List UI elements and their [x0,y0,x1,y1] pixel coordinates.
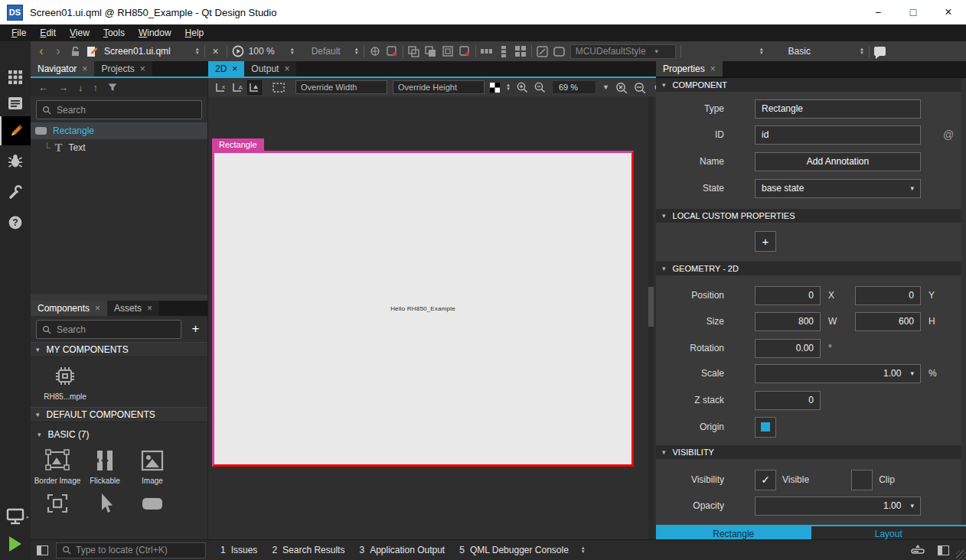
paste-icon[interactable] [425,44,437,58]
override-height-input[interactable] [393,80,485,94]
canvas-color-spinner[interactable]: ▲▼ [506,83,511,91]
close-icon[interactable]: × [147,303,152,314]
tab-components[interactable]: Components× [31,301,107,316]
id-input[interactable] [755,125,921,145]
tab-output[interactable]: Output× [244,61,296,77]
locator-input[interactable] [76,545,200,555]
close-icon[interactable]: × [140,63,145,74]
columns-layout-icon[interactable] [481,44,493,58]
delete-item-icon[interactable] [459,44,471,58]
tree-item-text[interactable]: └ T Text [31,139,207,156]
component-rectangle[interactable] [129,492,176,515]
help-icon[interactable]: ? [0,210,31,236]
scrollbar-thumb[interactable] [648,287,654,327]
component-image[interactable]: Image [129,449,176,485]
search-results-pane-button[interactable]: 2Search Results [272,545,344,555]
zoom-out-icon[interactable] [534,82,546,93]
open-document-name[interactable]: Screen01.ui.qml [104,46,171,57]
document-spinner[interactable]: ▲▼ [195,47,200,55]
target-spinner[interactable]: ▲▼ [354,47,359,55]
zoom-selection-icon[interactable] [615,82,628,93]
qml-debugger-console-pane-button[interactable]: 5QML Debugger Console [459,545,569,555]
zstack-input[interactable] [755,391,821,410]
rotation-input[interactable] [755,339,821,358]
close-icon[interactable]: × [284,63,289,74]
zoom-level-value[interactable]: 69 % [552,80,596,94]
snap-margins-icon[interactable] [247,80,262,95]
panel-splitter[interactable] [31,295,208,301]
tab-navigator[interactable]: Navigator× [31,61,94,77]
zoom-spinner[interactable]: ▲▼ [290,47,295,55]
annotation-at-icon[interactable]: @ [943,129,954,141]
clip-checkbox[interactable] [851,470,873,490]
select-outline-icon[interactable] [442,44,454,58]
tab-properties[interactable]: Properties× [656,61,723,77]
forward-icon[interactable]: › [52,44,64,58]
style-selector[interactable]: MCUDefaultStyle ▼ [570,44,676,59]
design-text-item[interactable]: Hello RH850_Example [390,305,455,312]
output-pane-spinner[interactable]: ▲▼ [581,546,586,554]
component-item[interactable] [34,492,81,515]
form-editor-canvas[interactable]: Rectangle Hello RH850_Example [208,96,656,539]
opacity-dropdown[interactable]: 1.00 ▾ [755,497,921,516]
style-spinner[interactable]: ▲▼ [759,47,764,55]
move-up-icon[interactable]: ↑ [93,82,99,93]
show-bounds-icon[interactable] [273,80,285,95]
geometry-section-header[interactable]: ▾ GEOMETRY - 2D [656,262,966,275]
size-w-input[interactable] [755,312,821,331]
canvas-scrollbar[interactable] [648,96,654,539]
close-icon[interactable]: × [710,63,716,74]
no-snapping-icon[interactable]: x [214,80,228,95]
components-search-input[interactable] [57,324,175,335]
menu-tools[interactable]: Tools [96,25,132,41]
zoom-fit-icon[interactable] [634,82,646,93]
scale-dropdown[interactable]: 1.00 ▾ [755,364,921,383]
add-annotation-button[interactable]: Add Annotation [755,152,921,171]
navigator-search-input[interactable] [57,105,196,116]
zoom-dropdown-caret-icon[interactable]: ▼ [602,83,609,91]
maximize-button[interactable]: □ [896,0,931,24]
origin-selector-button[interactable] [755,417,776,438]
close-button[interactable]: × [931,0,966,24]
visible-checkbox[interactable]: ✓ [755,470,776,490]
menu-view[interactable]: View [63,25,96,41]
design-rectangle[interactable]: Hello RH850_Example [212,151,634,467]
edit-document-icon[interactable] [86,44,98,58]
kit-selector-monitor-icon[interactable]: ▸ [0,503,31,529]
menu-window[interactable]: Window [132,25,178,41]
tab-2d[interactable]: 2D× [208,61,244,77]
copy-icon[interactable] [408,44,420,58]
design-mode-icon[interactable] [0,116,31,145]
zoom-in-icon[interactable] [517,82,528,93]
add-custom-property-button[interactable]: + [755,231,776,252]
application-output-pane-button[interactable]: 3Application Output [359,545,445,555]
move-left-icon[interactable]: ← [38,82,48,93]
minimize-button[interactable]: − [860,0,896,24]
menu-help[interactable]: Help [178,25,211,41]
close-document-icon[interactable]: × [210,44,222,58]
basic-components-header[interactable]: ▾ BASIC (7) [31,427,207,442]
build-progress-icon[interactable] [910,545,925,555]
component-mouse-area[interactable] [81,492,129,515]
back-icon[interactable]: ‹ [35,44,47,58]
annotation-icon[interactable] [369,44,381,58]
move-right-icon[interactable]: → [58,82,68,93]
tab-layout-properties[interactable]: Layout [811,526,966,539]
edit-component-icon[interactable] [537,44,549,58]
position-y-input[interactable] [855,286,921,305]
export-icon[interactable] [386,44,398,58]
rows-layout-icon[interactable] [498,44,510,58]
lock-icon[interactable] [69,44,81,58]
component-section-header[interactable]: ▾ COMPONENT [656,78,966,92]
feedback-bubble-icon[interactable] [874,47,886,56]
target-selector[interactable]: Default [312,46,341,57]
default-components-header[interactable]: ▾ DEFAULT COMPONENTS [31,407,207,422]
close-icon[interactable]: × [82,63,87,74]
visibility-section-header[interactable]: ▾ VISIBILITY [656,445,966,459]
toggle-right-sidebar-icon[interactable] [938,545,949,555]
override-width-input[interactable] [295,80,387,94]
edit-mode-icon[interactable] [0,90,31,116]
my-components-header[interactable]: ▾ MY COMPONENTS [31,342,207,357]
canvas-color-icon[interactable] [490,83,500,93]
component-flickable[interactable]: Flickable [81,449,129,485]
